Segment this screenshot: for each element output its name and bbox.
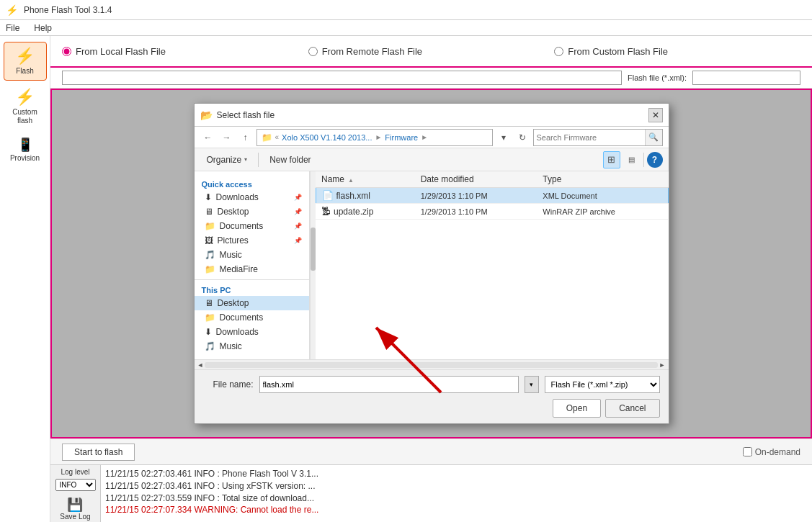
file-dialog: 📂 Select flash file ✕ ← → ↑ 📁 « Xolo X50… — [194, 103, 669, 424]
custom-flash-label: From Custom Flash File — [568, 46, 668, 57]
toolbar-row: Organize ▾ New folder ⊞ ▤ — [195, 148, 669, 171]
log-level-select[interactable]: INFO DEBUG WARNING ERROR — [55, 479, 96, 491]
nav-refresh-button[interactable]: ↻ — [514, 130, 530, 145]
start-flash-button[interactable]: Start to flash — [62, 444, 135, 461]
file-date-1: 1/29/2013 1:10 PM — [415, 188, 537, 204]
nav-item-desktop[interactable]: 🖥 Desktop 📌 — [195, 204, 309, 219]
this-pc-header[interactable]: This PC — [195, 283, 309, 296]
content-area: From Local Flash File From Remote Flash … — [50, 36, 812, 522]
toolbar-separator-1 — [258, 153, 259, 167]
nav-forward-button[interactable]: → — [219, 130, 235, 145]
col-date-header[interactable]: Date modified — [415, 171, 537, 188]
dialog-title-icon: 📂 — [200, 109, 213, 121]
search-input[interactable] — [534, 133, 645, 142]
remote-flash-radio[interactable] — [308, 47, 318, 56]
nav-item-documents[interactable]: 📁 Documents 📌 — [195, 219, 309, 233]
horizontal-scrollbar[interactable]: ◄ ► — [195, 359, 669, 369]
table-row[interactable]: 🗜 update.zip 1/29/2013 1:10 PM WinRAR ZI… — [316, 204, 668, 220]
nav-item-mediafire[interactable]: 📁 MediaFire — [195, 262, 309, 276]
filetype-select[interactable]: Flash File (*.xml *.zip) All Files (*.*) — [545, 376, 660, 393]
custom-flash-option[interactable]: From Custom Flash File — [554, 46, 800, 57]
log-line-2: 11/21/15 02:27:03.461 INFO : Using xFSTK… — [105, 480, 808, 492]
organize-button[interactable]: Organize ▾ — [200, 152, 254, 168]
open-button[interactable]: Open — [553, 399, 601, 418]
menu-help[interactable]: Help — [31, 22, 55, 35]
remote-flash-option[interactable]: From Remote Flash File — [308, 46, 555, 57]
middle-content: 📂 Select flash file ✕ ← → ↑ 📁 « Xolo X50… — [50, 89, 812, 438]
custom-flash-radio[interactable] — [554, 47, 563, 56]
nav-item-music-pc[interactable]: 🎵 Music — [195, 339, 309, 354]
music-pc-icon: 🎵 — [205, 341, 215, 351]
nav-item-desktop-label: Desktop — [218, 207, 249, 217]
downloads-pc-icon: ⬇ — [205, 327, 212, 337]
filename-input[interactable] — [259, 376, 519, 393]
scroll-track[interactable] — [205, 362, 657, 368]
help-button[interactable]: ? — [647, 152, 663, 168]
pin-icon-pictures: 📌 — [294, 237, 302, 244]
dialog-close-button[interactable]: ✕ — [648, 108, 663, 122]
file-name-2: update.zip — [334, 207, 373, 217]
nav-item-downloads[interactable]: ⬇ Downloads 📌 — [195, 190, 309, 204]
save-log-button[interactable]: 💾 Save Log — [57, 494, 93, 522]
table-row[interactable]: 📄 flash.xml 1/29/2013 1:10 PM XML Docume… — [316, 188, 668, 204]
on-demand-checkbox[interactable]: On-demand — [743, 447, 800, 457]
file-table: Name ▲ Date modified Type — [316, 171, 669, 220]
breadcrumb-segment-1[interactable]: Xolo X500 V1.140 2013... — [282, 133, 372, 142]
nav-item-music-label: Music — [220, 250, 242, 260]
local-flash-option[interactable]: From Local Flash File — [62, 46, 308, 57]
file-icon-2: 🗜 — [321, 206, 331, 217]
breadcrumb-segment-2[interactable]: Firmware — [385, 133, 418, 142]
save-log-icon: 💾 — [67, 497, 83, 513]
scroll-right-button[interactable]: ► — [658, 361, 667, 369]
nav-back-button[interactable]: ← — [200, 130, 216, 145]
scroll-left-button[interactable]: ◄ — [196, 361, 205, 369]
file-path-input[interactable] — [62, 71, 622, 85]
file-type-1: XML Document — [537, 188, 668, 204]
view-grid-button[interactable]: ⊞ — [603, 151, 620, 168]
on-demand-check[interactable] — [743, 447, 752, 456]
dialog-bottom: File name: ▾ Flash File (*.xml *.zip) Al… — [195, 369, 669, 423]
col-type-header[interactable]: Type — [537, 171, 668, 188]
sidebar-custom-flash-label: Custom flash — [6, 108, 44, 125]
nav-up-button[interactable]: ↑ — [238, 130, 254, 145]
log-content: 11/21/15 02:27:03.461 INFO : Phone Flash… — [101, 465, 812, 522]
local-flash-radio[interactable] — [62, 47, 71, 56]
sidebar-item-custom-flash[interactable]: ⚡ Custom flash — [4, 84, 47, 130]
breadcrumb-folder-icon: 📁 — [262, 132, 272, 143]
nav-item-downloads-pc[interactable]: ⬇ Downloads — [195, 325, 309, 339]
dialog-action-row: Open Cancel — [203, 399, 660, 418]
scrollbar-thumb[interactable] — [311, 228, 316, 271]
options-bar: From Local Flash File From Remote Flash … — [50, 36, 812, 68]
log-line-3: 11/21/15 02:27:03.559 INFO : Total size … — [105, 492, 808, 505]
new-folder-button[interactable]: New folder — [263, 152, 317, 168]
svg-line-1 — [376, 328, 441, 359]
on-demand-label: On-demand — [755, 447, 800, 457]
flash-file-input[interactable] — [692, 71, 800, 85]
col-name-header[interactable]: Name ▲ — [316, 171, 415, 188]
nav-item-pictures[interactable]: 🖼 Pictures 📌 — [195, 233, 309, 248]
custom-flash-icon: ⚡ — [15, 88, 35, 107]
sidebar-item-provision[interactable]: 📱 Provision — [4, 132, 47, 167]
breadcrumb-path[interactable]: 📁 « Xolo X500 V1.140 2013... ► Firmware … — [256, 129, 493, 146]
filename-dropdown-button[interactable]: ▾ — [525, 376, 539, 393]
nav-item-music[interactable]: 🎵 Music — [195, 248, 309, 262]
file-name-cell-2: 🗜 update.zip — [321, 206, 409, 217]
file-table-container: Name ▲ Date modified Type — [316, 171, 669, 359]
quick-access-header[interactable]: Quick access — [195, 177, 309, 190]
left-nav-scrollbar[interactable] — [310, 171, 316, 359]
pin-icon-documents: 📌 — [294, 222, 302, 230]
mediafire-icon: 📁 — [205, 264, 215, 274]
nav-item-desktop-pc[interactable]: 🖥 Desktop — [195, 296, 309, 310]
nav-item-documents-pc[interactable]: 📁 Documents — [195, 310, 309, 325]
filename-row: File name: ▾ Flash File (*.xml *.zip) Al… — [203, 376, 660, 393]
sidebar-item-flash[interactable]: ⚡ Flash — [4, 42, 47, 81]
search-button[interactable]: 🔍 — [645, 129, 662, 146]
dialog-title-text: Select flash file — [217, 110, 644, 120]
cancel-button[interactable]: Cancel — [605, 399, 659, 418]
menu-file[interactable]: File — [3, 22, 22, 35]
log-section: Log level INFO DEBUG WARNING ERROR 💾 Sav… — [50, 464, 812, 522]
view-list-button[interactable]: ▤ — [623, 151, 641, 168]
remote-flash-label: From Remote Flash File — [322, 46, 422, 57]
nav-dropdown-button[interactable]: ▾ — [496, 130, 512, 145]
title-bar: ⚡ Phone Flash Tool 3.1.4 — [0, 0, 812, 20]
